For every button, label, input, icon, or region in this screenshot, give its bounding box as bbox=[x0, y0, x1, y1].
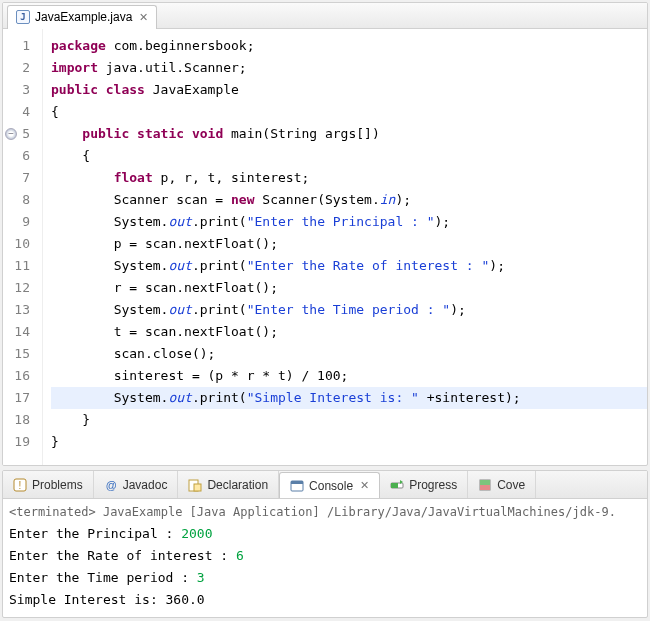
code-line[interactable]: package com.beginnersbook; bbox=[51, 35, 647, 57]
console-prompt: Enter the Rate of interest : bbox=[9, 548, 236, 563]
declaration-icon bbox=[188, 478, 202, 492]
line-number: 2 bbox=[3, 57, 34, 79]
line-number: 1 bbox=[3, 35, 34, 57]
code-line[interactable]: import java.util.Scanner; bbox=[51, 57, 647, 79]
console-prompt: Enter the Principal : bbox=[9, 526, 181, 541]
code-line[interactable]: public class JavaExample bbox=[51, 79, 647, 101]
view-tab-declaration[interactable]: Declaration bbox=[178, 471, 279, 499]
progress-icon bbox=[390, 478, 404, 492]
code-line[interactable]: r = scan.nextFloat(); bbox=[51, 277, 647, 299]
code-body[interactable]: package com.beginnersbook;import java.ut… bbox=[43, 29, 647, 465]
line-number: 4 bbox=[3, 101, 34, 123]
code-line[interactable]: t = scan.nextFloat(); bbox=[51, 321, 647, 343]
editor-panel: J JavaExample.java ✕ 12345–6789101112131… bbox=[2, 2, 648, 466]
svg-rect-4 bbox=[194, 484, 201, 491]
javadoc-icon: @ bbox=[104, 478, 118, 492]
console-prompt: Simple Interest is: 360.0 bbox=[9, 592, 205, 607]
close-icon[interactable]: ✕ bbox=[139, 11, 148, 24]
line-number: 8 bbox=[3, 189, 34, 211]
console-prompt: Enter the Time period : bbox=[9, 570, 197, 585]
code-line[interactable]: System.out.print("Enter the Rate of inte… bbox=[51, 255, 647, 277]
code-line[interactable]: { bbox=[51, 145, 647, 167]
view-tab-label: Declaration bbox=[207, 478, 268, 492]
editor-tabbar: J JavaExample.java ✕ bbox=[3, 3, 647, 29]
line-number: 6 bbox=[3, 145, 34, 167]
view-tab-label: Javadoc bbox=[123, 478, 168, 492]
problems-icon: ! bbox=[13, 478, 27, 492]
line-number: 10 bbox=[3, 233, 34, 255]
line-number: 9 bbox=[3, 211, 34, 233]
code-line[interactable]: float p, r, t, sinterest; bbox=[51, 167, 647, 189]
view-tab-coverage[interactable]: Cove bbox=[468, 471, 536, 499]
svg-rect-10 bbox=[480, 480, 490, 485]
views-tabbar: !Problems@JavadocDeclarationConsole✕Prog… bbox=[3, 471, 647, 499]
console-line: Enter the Rate of interest : 6 bbox=[9, 545, 641, 567]
editor-tab-label: JavaExample.java bbox=[35, 10, 132, 24]
console-line: Enter the Time period : 3 bbox=[9, 567, 641, 589]
view-tab-label: Problems bbox=[32, 478, 83, 492]
code-line[interactable]: } bbox=[51, 431, 647, 453]
java-file-icon: J bbox=[16, 10, 30, 24]
line-number: 3 bbox=[3, 79, 34, 101]
line-number: 17 bbox=[3, 387, 34, 409]
line-number: 15 bbox=[3, 343, 34, 365]
line-number: 11 bbox=[3, 255, 34, 277]
editor-tab[interactable]: J JavaExample.java ✕ bbox=[7, 5, 157, 29]
close-icon[interactable]: ✕ bbox=[360, 479, 369, 492]
line-gutter: 12345–678910111213141516171819 bbox=[3, 29, 43, 465]
code-line[interactable]: sinterest = (p * r * t) / 100; bbox=[51, 365, 647, 387]
console-header: <terminated> JavaExample [Java Applicati… bbox=[9, 501, 641, 523]
code-line[interactable]: public static void main(String args[]) bbox=[51, 123, 647, 145]
coverage-icon bbox=[478, 478, 492, 492]
code-line[interactable]: System.out.print("Simple Interest is: " … bbox=[51, 387, 647, 409]
view-tab-problems[interactable]: !Problems bbox=[3, 471, 94, 499]
svg-rect-6 bbox=[291, 481, 303, 484]
code-line[interactable]: System.out.print("Enter the Principal : … bbox=[51, 211, 647, 233]
console-body[interactable]: <terminated> JavaExample [Java Applicati… bbox=[3, 499, 647, 613]
line-number: 12 bbox=[3, 277, 34, 299]
line-number: 18 bbox=[3, 409, 34, 431]
view-tab-javadoc[interactable]: @Javadoc bbox=[94, 471, 179, 499]
view-tab-label: Cove bbox=[497, 478, 525, 492]
code-line[interactable]: scan.close(); bbox=[51, 343, 647, 365]
console-line: Simple Interest is: 360.0 bbox=[9, 589, 641, 611]
svg-rect-8 bbox=[391, 483, 398, 488]
code-line[interactable]: Scanner scan = new Scanner(System.in); bbox=[51, 189, 647, 211]
console-user-input: 6 bbox=[236, 548, 244, 563]
views-panel: !Problems@JavadocDeclarationConsole✕Prog… bbox=[2, 470, 648, 618]
code-line[interactable]: p = scan.nextFloat(); bbox=[51, 233, 647, 255]
console-icon bbox=[290, 479, 304, 493]
code-line[interactable]: System.out.print("Enter the Time period … bbox=[51, 299, 647, 321]
view-tab-label: Progress bbox=[409, 478, 457, 492]
svg-text:!: ! bbox=[19, 480, 22, 491]
svg-text:@: @ bbox=[105, 479, 116, 491]
console-line: Enter the Principal : 2000 bbox=[9, 523, 641, 545]
console-user-input: 2000 bbox=[181, 526, 212, 541]
console-user-input: 3 bbox=[197, 570, 205, 585]
code-line[interactable]: { bbox=[51, 101, 647, 123]
line-number: 16 bbox=[3, 365, 34, 387]
line-number: 14 bbox=[3, 321, 34, 343]
line-number: 19 bbox=[3, 431, 34, 453]
code-area[interactable]: 12345–678910111213141516171819 package c… bbox=[3, 29, 647, 465]
view-tab-progress[interactable]: Progress bbox=[380, 471, 468, 499]
view-tab-console[interactable]: Console✕ bbox=[279, 472, 380, 500]
line-number: 7 bbox=[3, 167, 34, 189]
view-tab-label: Console bbox=[309, 479, 353, 493]
line-number: 13 bbox=[3, 299, 34, 321]
code-line[interactable]: } bbox=[51, 409, 647, 431]
svg-rect-11 bbox=[480, 485, 490, 490]
fold-icon[interactable]: – bbox=[5, 128, 17, 140]
